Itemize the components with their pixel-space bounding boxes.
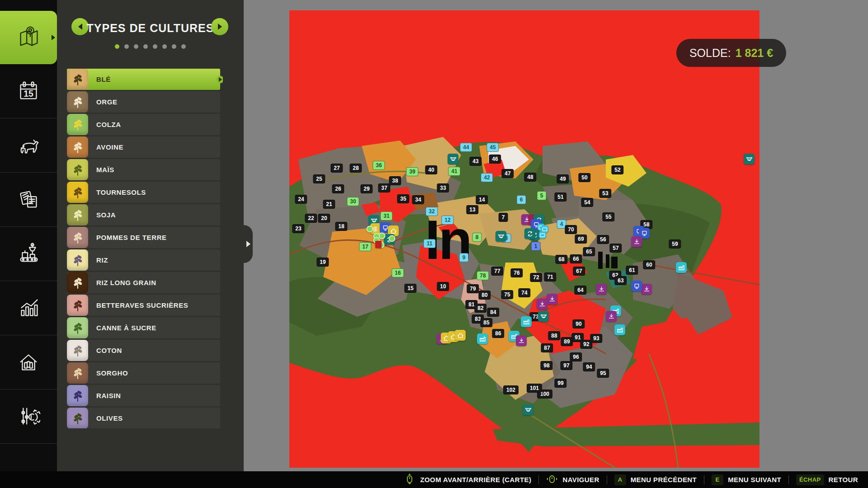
crop-item-bl-[interactable]: BLÉ — [67, 69, 220, 90]
hint-menu-suivant[interactable]: EMENU SUIVANT — [712, 474, 781, 485]
field-badge-36[interactable]: 36 — [373, 161, 385, 170]
map-icon-download[interactable] — [547, 294, 557, 305]
field-badge-42[interactable]: 42 — [481, 173, 493, 182]
field-badge-6[interactable]: 6 — [517, 195, 526, 204]
field-badge-96[interactable]: 96 — [570, 352, 582, 361]
map-icon-download[interactable] — [631, 236, 642, 247]
field-badge-29[interactable]: 29 — [360, 184, 373, 193]
next-page-button[interactable] — [211, 18, 228, 35]
sidebar-item-production[interactable] — [0, 228, 57, 281]
field-badge-35[interactable]: 35 — [397, 194, 409, 203]
field-badge-59[interactable]: 59 — [669, 239, 681, 249]
map-icon-dot[interactable] — [379, 233, 386, 239]
field-badge-48[interactable]: 48 — [524, 173, 536, 182]
crop-item-raisin[interactable]: RAISIN — [67, 385, 220, 406]
field-badge-82[interactable]: 82 — [474, 304, 486, 313]
map-icon-cyan-s[interactable] — [539, 231, 546, 239]
field-badge-17[interactable]: 17 — [359, 242, 371, 251]
map-icon-download[interactable] — [596, 284, 607, 295]
crop-item-avoine[interactable]: AVOINE — [67, 136, 220, 158]
field-badge-54[interactable]: 54 — [581, 198, 593, 207]
field-badge-84[interactable]: 84 — [487, 308, 499, 317]
field-badge-28[interactable]: 28 — [349, 164, 362, 173]
map-icon-factory[interactable] — [614, 324, 625, 335]
field-badge-69[interactable]: 69 — [575, 235, 587, 244]
crop-item-ma-s[interactable]: MAÏS — [67, 159, 220, 180]
field-badge-67[interactable]: 67 — [573, 267, 585, 276]
field-badge-53[interactable]: 53 — [599, 189, 611, 198]
field-badge-79[interactable]: 79 — [467, 284, 479, 293]
field-badge-66[interactable]: 66 — [570, 254, 582, 263]
map-viewport[interactable]: In 1345678910111213141516171819202122232… — [289, 10, 760, 468]
field-badge-102[interactable]: 102 — [503, 385, 519, 394]
map-icon-download[interactable] — [516, 335, 527, 346]
field-badge-8[interactable]: 8 — [472, 233, 482, 242]
map-icon-house[interactable] — [455, 330, 466, 341]
field-badge-90[interactable]: 90 — [572, 319, 585, 328]
field-badge-23[interactable]: 23 — [292, 224, 304, 233]
map-icon-dot[interactable] — [367, 226, 373, 233]
field-badge-71[interactable]: 71 — [544, 272, 556, 282]
crop-item-betteraves-sucri-res[interactable]: BETTERAVES SUCRIÈRES — [67, 295, 220, 316]
crop-item-sorgho[interactable]: SORGHO — [67, 362, 220, 384]
field-badge-27[interactable]: 27 — [330, 164, 343, 173]
panel-collapse-handle[interactable] — [244, 225, 253, 263]
crop-item-coton[interactable]: COTON — [67, 340, 220, 361]
field-badge-72[interactable]: 72 — [530, 273, 542, 282]
field-badge-16[interactable]: 16 — [392, 268, 404, 277]
map-icon-dot[interactable] — [389, 235, 396, 242]
field-badge-37[interactable]: 37 — [378, 183, 390, 192]
crop-item-riz-long-grain[interactable]: RIZ LONG GRAIN — [67, 272, 220, 293]
sidebar-item-statistics[interactable] — [0, 282, 57, 335]
field-badge-26[interactable]: 26 — [332, 184, 344, 193]
map-icon-download[interactable] — [606, 311, 617, 322]
field-badge-51[interactable]: 51 — [554, 192, 566, 202]
field-badge-75[interactable]: 75 — [501, 290, 513, 299]
crop-item-canne-sucre[interactable]: CANNE À SUCRE — [67, 317, 220, 338]
field-badge-22[interactable]: 22 — [305, 214, 317, 223]
map-icon-cow[interactable] — [744, 154, 755, 164]
field-badge-78[interactable]: 78 — [476, 271, 489, 280]
field-badge-61[interactable]: 61 — [626, 266, 638, 275]
crop-item-pommes-de-terre[interactable]: POMMES DE TERRE — [67, 227, 220, 248]
field-badge-85[interactable]: 85 — [480, 318, 492, 327]
field-badge-65[interactable]: 65 — [583, 247, 595, 256]
field-badge-97[interactable]: 97 — [560, 361, 572, 370]
field-badge-10[interactable]: 10 — [437, 282, 449, 291]
map-icon-cow[interactable] — [495, 231, 506, 242]
field-badge-14[interactable]: 14 — [476, 195, 488, 204]
field-badge-70[interactable]: 70 — [565, 225, 577, 234]
field-badge-101[interactable]: 101 — [527, 384, 542, 393]
field-badge-34[interactable]: 34 — [412, 195, 424, 204]
map-icon-teal[interactable] — [524, 228, 535, 239]
map-icon-cow[interactable] — [448, 154, 458, 164]
field-badge-68[interactable]: 68 — [555, 255, 567, 264]
field-badge-5[interactable]: 5 — [537, 191, 547, 200]
field-badge-43[interactable]: 43 — [469, 157, 481, 166]
field-badge-24[interactable]: 24 — [295, 195, 307, 204]
map-icon-cow[interactable] — [523, 404, 533, 415]
field-badge-99[interactable]: 99 — [554, 379, 566, 388]
field-badge-20[interactable]: 20 — [318, 214, 330, 223]
crop-item-tournesols[interactable]: TOURNESOLS — [67, 182, 220, 203]
field-badge-46[interactable]: 46 — [489, 155, 501, 164]
map-icon-download[interactable] — [641, 284, 652, 295]
field-badge-12[interactable]: 12 — [441, 216, 453, 225]
field-badge-9[interactable]: 9 — [459, 253, 469, 262]
hint-naviguer[interactable]: NAVIGUER — [546, 473, 599, 486]
sidebar-item-buildings[interactable] — [0, 336, 57, 389]
field-badge-86[interactable]: 86 — [492, 329, 504, 338]
hint-menu-pr-c-dent[interactable]: AMENU PRÉCÉDENT — [614, 474, 697, 485]
field-badge-1[interactable]: 1 — [531, 242, 541, 251]
field-badge-33[interactable]: 33 — [437, 183, 449, 192]
sidebar-item-settings[interactable] — [0, 390, 57, 444]
hint-retour[interactable]: ÉCHAPRETOUR — [796, 474, 858, 485]
field-badge-38[interactable]: 38 — [389, 176, 401, 185]
crop-item-olives[interactable]: OLIVES — [67, 408, 220, 428]
map-icon-red-m[interactable] — [375, 241, 382, 248]
field-badge-88[interactable]: 88 — [548, 331, 560, 340]
field-badge-55[interactable]: 55 — [602, 212, 614, 221]
field-badge-31[interactable]: 31 — [380, 211, 392, 221]
field-badge-74[interactable]: 74 — [518, 288, 530, 297]
field-badge-13[interactable]: 13 — [466, 205, 478, 214]
